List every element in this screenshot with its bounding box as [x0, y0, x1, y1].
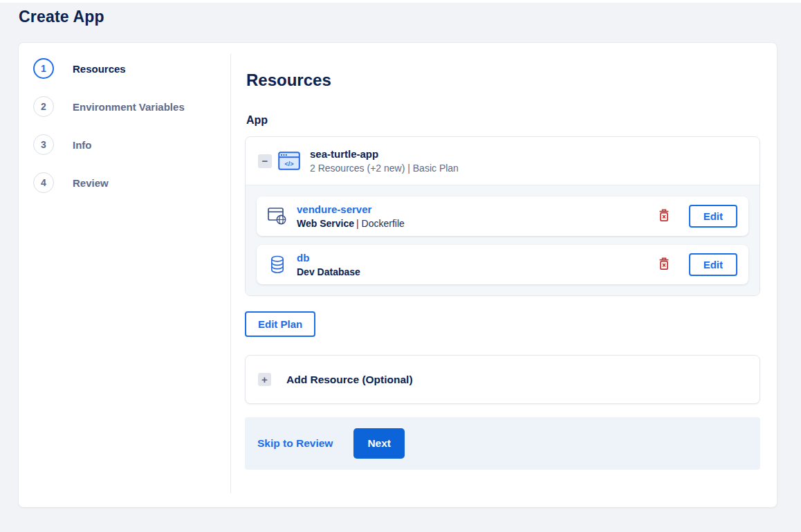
trash-icon — [659, 209, 670, 224]
plus-icon: + — [258, 373, 271, 386]
main-content: Resources App − </> sea-turtle-app — [231, 43, 777, 507]
delete-resource-button[interactable] — [656, 206, 672, 227]
resource-description: Web Service| Dockerfile — [297, 218, 405, 229]
step-number-badge: 4 — [33, 172, 54, 193]
step-label: Environment Variables — [73, 101, 185, 113]
create-app-card: 1 Resources 2 Environment Variables 3 In… — [18, 42, 777, 508]
stepper-step-environment-variables[interactable]: 2 Environment Variables — [33, 96, 230, 117]
plus-glyph: + — [261, 374, 268, 385]
svg-text:</>: </> — [284, 160, 293, 167]
resource-row-vendure-server: vendure-server Web Service| Dockerfile — [257, 196, 748, 236]
resource-type: Web Service — [297, 218, 354, 229]
app-name: sea-turtle-app — [310, 148, 459, 160]
add-resource-section[interactable]: + Add Resource (Optional) — [245, 355, 760, 404]
step-number: 1 — [41, 63, 46, 74]
app-card-header: − </> sea-turtle-app 2 Resources (+2 new… — [246, 137, 759, 185]
resource-name-link[interactable]: db — [297, 252, 309, 264]
database-icon — [268, 255, 287, 275]
resource-text: vendure-server Web Service| Dockerfile — [297, 203, 405, 229]
edit-plan-button[interactable]: Edit Plan — [245, 311, 315, 337]
stepper: 1 Resources 2 Environment Variables 3 In… — [19, 43, 230, 507]
stepper-step-review[interactable]: 4 Review — [33, 172, 230, 193]
section-heading: Resources — [246, 71, 760, 90]
skip-to-review-link[interactable]: Skip to Review — [257, 437, 333, 450]
step-label: Review — [73, 177, 109, 189]
app-subtitle: 2 Resources (+2 new) | Basic Plan — [310, 163, 459, 174]
step-number: 3 — [41, 139, 46, 150]
step-number-badge: 2 — [33, 96, 54, 117]
step-number: 2 — [41, 101, 46, 112]
web-service-icon — [268, 208, 287, 225]
stepper-step-info[interactable]: 3 Info — [33, 134, 230, 155]
minus-icon: − — [262, 156, 268, 166]
edit-resource-button[interactable]: Edit — [689, 205, 737, 228]
delete-resource-button[interactable] — [656, 255, 672, 275]
step-number-badge: 3 — [33, 134, 54, 155]
app-card: − </> sea-turtle-app 2 Resources (+2 new… — [245, 136, 760, 296]
edit-resource-button[interactable]: Edit — [689, 253, 737, 276]
step-number-badge: 1 — [33, 58, 54, 79]
resource-description: Dev Database — [297, 266, 362, 277]
next-button[interactable]: Next — [353, 428, 405, 459]
footer-action-bar: Skip to Review Next — [245, 417, 760, 470]
step-number: 4 — [41, 177, 46, 188]
trash-icon — [659, 257, 670, 273]
page-title: Create App — [0, 3, 801, 26]
app-code-window-icon: </> — [278, 152, 300, 170]
resource-type: Dev Database — [297, 266, 360, 277]
app-card-body: vendure-server Web Service| Dockerfile — [246, 185, 759, 295]
app-section-label: App — [246, 114, 760, 127]
step-label: Resources — [73, 63, 126, 75]
resource-text: db Dev Database — [297, 252, 362, 277]
stepper-step-resources[interactable]: 1 Resources — [33, 58, 230, 79]
resource-row-db: db Dev Database — [257, 245, 748, 284]
collapse-app-button[interactable]: − — [258, 154, 272, 168]
app-meta: sea-turtle-app 2 Resources (+2 new) | Ba… — [310, 148, 459, 174]
resource-detail: | Dockerfile — [356, 218, 405, 229]
step-label: Info — [73, 139, 92, 151]
resource-name-link[interactable]: vendure-server — [297, 203, 371, 215]
add-resource-label: Add Resource (Optional) — [286, 374, 413, 386]
